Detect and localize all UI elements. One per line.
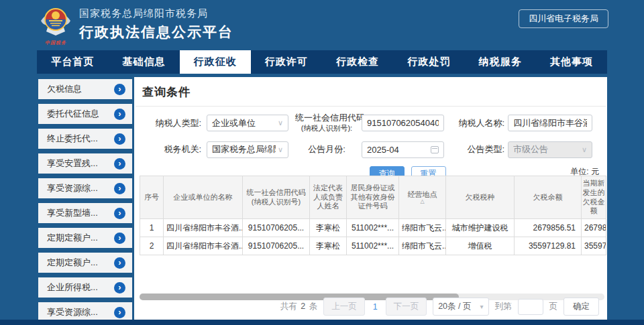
- footer-strip: [0, 320, 644, 325]
- sidebar-item-label: 享受新型墙...: [47, 207, 98, 219]
- taxpayer-type-value: 企业或单位: [212, 117, 276, 129]
- nav-tab-8[interactable]: 其他事项: [536, 50, 607, 74]
- platform-name: 行政执法信息公示平台: [79, 23, 233, 42]
- cell: 2: [140, 237, 164, 255]
- notice-month-datepicker[interactable]: 2025-04: [362, 141, 444, 158]
- credit-code-input[interactable]: [362, 115, 444, 131]
- notice-month-label: 公告月份:: [295, 145, 358, 155]
- column-header-9: 当期新发生的欠税金额: [582, 176, 606, 219]
- sidebar-item-label: 定期定额户...: [47, 232, 98, 244]
- column-header-3: 统一社会信用代码(纳税人识别号): [243, 176, 310, 219]
- sidebar-item-label: 企业所得税...: [47, 281, 98, 294]
- sidebar: 欠税信息›委托代征信息›终止委托代...›享受安置残...›享受资源综...›享…: [38, 79, 132, 325]
- calendar-icon: [431, 146, 439, 153]
- cell: 511002***...: [347, 237, 399, 255]
- chevron-right-circle-icon: ›: [114, 133, 125, 145]
- current-page-number[interactable]: 1: [371, 302, 380, 312]
- table-row-2: 2四川省绵阳市丰谷酒...91510706205...李寒松511002***.…: [140, 237, 606, 255]
- sidebar-item-9[interactable]: 企业所得税...›: [38, 277, 132, 298]
- sidebar-item-label: 定期定额户...: [47, 257, 98, 269]
- credit-code-label-line1: 统一社会信用代码: [295, 113, 365, 123]
- sort-icon[interactable]: △: [400, 199, 445, 204]
- nav-tab-1[interactable]: 平台首页: [37, 50, 108, 74]
- cell: 李寒松: [310, 237, 347, 255]
- sidebar-item-6[interactable]: 享受新型墙...›: [38, 203, 132, 223]
- next-page-button[interactable]: 下一页: [386, 298, 427, 316]
- sidebar-item-label: 委托代征信息: [47, 108, 99, 120]
- taxpayer-name-label: 纳税人名称:: [445, 117, 504, 129]
- notice-type-label: 公告类型:: [445, 143, 504, 155]
- column-header-8: 欠税余额: [515, 176, 582, 219]
- prev-page-button[interactable]: 上一页: [323, 298, 365, 316]
- nav-tab-4[interactable]: 行政许可: [251, 50, 322, 74]
- org-name: 国家税务总局绵阳市税务局: [79, 7, 233, 20]
- chevron-right-circle-icon: ›: [114, 208, 125, 219]
- sidebar-item-3[interactable]: 终止委托代...›: [38, 129, 132, 149]
- sidebar-item-8[interactable]: 定期定额户...›: [38, 253, 132, 273]
- cell: 26798...: [582, 219, 606, 237]
- column-header-1: 序号: [140, 176, 164, 219]
- cell: 增值税: [446, 237, 515, 255]
- chevron-right-circle-icon: ›: [114, 307, 125, 318]
- tax-authority-select[interactable]: 国家税务总局绵阳市税务 ∨: [207, 141, 288, 158]
- chevron-right-circle-icon: ›: [114, 158, 125, 170]
- query-panel-title: 查询条件: [134, 77, 607, 106]
- sidebar-item-5[interactable]: 享受资源综...›: [38, 178, 132, 198]
- logo-caption: 中国税务: [38, 40, 73, 46]
- sidebar-item-4[interactable]: 享受安置残...›: [38, 153, 132, 174]
- chevron-right-circle-icon: ›: [114, 257, 125, 269]
- cell: 91510706205...: [243, 219, 310, 237]
- column-header-2: 企业或单位的名称: [164, 176, 243, 219]
- cell: 城市维护建设税: [446, 219, 515, 237]
- column-header-7: 欠税税种: [446, 176, 515, 219]
- sidebar-item-2[interactable]: 委托代征信息›: [38, 104, 132, 124]
- pagination: 共有 2 条 上一页 1 下一页 20条 / 页 ▾ 到第 页 确定: [280, 298, 599, 316]
- taxpayer-type-label: 纳税人类型:: [134, 117, 201, 129]
- chevron-right-circle-icon: ›: [114, 183, 125, 194]
- notice-type-value: 市级公告: [513, 143, 580, 155]
- nav-tab-6[interactable]: 行政处罚: [393, 50, 464, 74]
- cell: 1: [140, 219, 164, 237]
- etax-bureau-button[interactable]: 四川省电子税务局: [519, 9, 608, 28]
- cell: 35597129.81: [515, 237, 582, 255]
- sidebar-item-label: 享受资源综...: [47, 306, 98, 318]
- goto-confirm-button[interactable]: 确定: [564, 298, 599, 316]
- tax-authority-label: 税务机关:: [134, 143, 201, 155]
- notice-type-select[interactable]: 市级公告 ∨: [508, 141, 592, 158]
- chevron-down-icon: ∨: [278, 145, 283, 154]
- nav-tab-5[interactable]: 行政检查: [322, 50, 393, 74]
- chevron-right-circle-icon: ›: [114, 84, 125, 95]
- taxpayer-name-input[interactable]: [508, 115, 592, 131]
- taxpayer-type-select[interactable]: 企业或单位 ∨: [207, 115, 288, 131]
- chevron-down-icon: ▾: [480, 303, 483, 310]
- tax-emblem-icon: [38, 5, 73, 40]
- cell: 511002***...: [347, 219, 399, 237]
- cell: 91510706205...: [243, 237, 310, 255]
- cell: 绵阳市飞云...: [399, 219, 446, 237]
- form-row-2: 税务机关: 国家税务总局绵阳市税务 ∨ 公告月份: 2025-04 公告类型: …: [134, 141, 607, 158]
- nav-tab-3[interactable]: 行政征收: [180, 50, 251, 74]
- goto-page-input[interactable]: [518, 299, 543, 315]
- header-titles: 国家税务总局绵阳市税务局 行政执法信息公示平台: [79, 7, 233, 42]
- page: 中国税务 国家税务总局绵阳市税务局 行政执法信息公示平台 四川省电子税务局 平台…: [0, 0, 644, 325]
- sidebar-item-label: 享受安置残...: [47, 157, 98, 170]
- nav-tab-2[interactable]: 基础信息: [108, 50, 179, 74]
- sidebar-item-7[interactable]: 定期定额户...›: [38, 228, 132, 248]
- chevron-right-circle-icon: ›: [114, 233, 125, 244]
- table-header-row: 序号企业或单位的名称统一社会信用代码(纳税人识别号)法定代表人或负责人姓名居民身…: [140, 176, 606, 219]
- total-count: 2: [299, 302, 307, 311]
- chevron-down-icon: ∨: [278, 119, 283, 127]
- main-panel: 查询条件 纳税人类型: 企业或单位 ∨ 统一社会信用代码 (纳税人识别号): 纳…: [134, 77, 607, 320]
- column-header-6[interactable]: 经营地点△: [399, 176, 446, 219]
- page-size-select[interactable]: 20条 / 页 ▾: [433, 298, 488, 316]
- sidebar-item-1[interactable]: 欠税信息›: [38, 79, 132, 99]
- nav-tab-7[interactable]: 纳税服务: [465, 50, 536, 74]
- credit-code-label: 统一社会信用代码 (纳税人识别号):: [295, 113, 358, 133]
- column-header-5: 居民身份证或其他有效身份证件号码: [347, 176, 399, 219]
- column-header-4: 法定代表人或负责人姓名: [310, 176, 347, 219]
- nav-tabs: 平台首页基础信息行政征收行政许可行政检查行政处罚纳税服务其他事项: [37, 50, 607, 74]
- form-row-1: 纳税人类型: 企业或单位 ∨ 统一社会信用代码 (纳税人识别号): 纳税人名称:: [134, 113, 607, 133]
- total-count-text: 共有 2 条: [280, 301, 317, 312]
- tax-emblem-logo: 中国税务: [38, 5, 73, 46]
- page-size-value: 20条 / 页: [438, 301, 471, 312]
